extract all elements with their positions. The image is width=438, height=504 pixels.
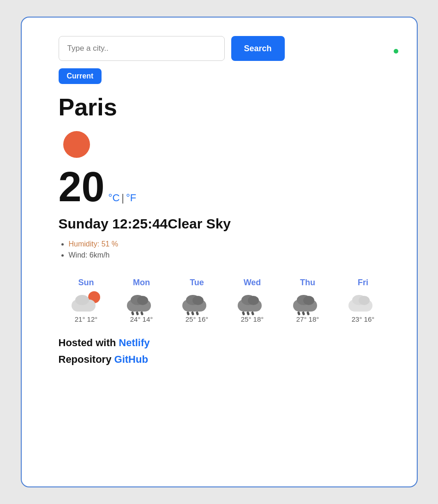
netlify-link[interactable]: Netlify bbox=[119, 337, 150, 348]
rain-dot bbox=[301, 311, 305, 315]
forecast-temp-sun: 21° 12° bbox=[75, 315, 98, 323]
forecast-day-mon: Mon 24° 14° bbox=[114, 278, 169, 323]
forecast-temp-thu: 27° 18° bbox=[296, 315, 319, 323]
hosted-prefix: Hosted with bbox=[59, 337, 119, 348]
forecast-day-label: Tue bbox=[190, 278, 204, 288]
cloud-top2-wed bbox=[248, 296, 259, 305]
forecast-day-tue: Tue 25° 16° bbox=[169, 278, 225, 323]
forecast-row: Sun 21° 12° Mon 24° 14° bbox=[59, 278, 394, 323]
forecast-icon-mon bbox=[127, 291, 156, 312]
wind-detail: Wind: 6km/h bbox=[69, 251, 394, 259]
forecast-icon-wed bbox=[238, 291, 267, 312]
forecast-day-wed: Wed 25° 18° bbox=[225, 278, 280, 323]
hosted-line: Hosted with Netlify bbox=[59, 337, 394, 349]
search-input[interactable] bbox=[59, 36, 225, 61]
forecast-icon-thu bbox=[293, 291, 323, 312]
forecast-day-label: Mon bbox=[133, 278, 150, 288]
forecast-temp-tue: 25° 16° bbox=[186, 315, 209, 323]
datetime-condition: Sunday 12:25:44Clear Sky bbox=[59, 216, 394, 232]
rain-dot bbox=[241, 311, 245, 315]
rain-dot bbox=[131, 311, 134, 315]
celsius-unit[interactable]: °C bbox=[108, 192, 120, 204]
rain-dot bbox=[140, 311, 143, 315]
status-dot bbox=[394, 49, 398, 54]
temperature-value: 20 bbox=[59, 166, 105, 208]
forecast-icon-fri bbox=[348, 291, 378, 312]
humidity-detail: Humidity: 51 % bbox=[69, 240, 394, 248]
fahrenheit-unit[interactable]: °F bbox=[126, 192, 136, 204]
search-button[interactable]: Search bbox=[231, 36, 285, 61]
forecast-day-fri: Fri 23° 16° bbox=[336, 278, 391, 323]
forecast-day-label: Sun bbox=[78, 278, 94, 288]
rain-dots-tue bbox=[187, 312, 198, 315]
rain-dot bbox=[297, 311, 300, 315]
forecast-day-thu: Thu 27° 18° bbox=[280, 278, 336, 323]
unit-separator: | bbox=[121, 192, 124, 204]
wind-text: Wind: 6km/h bbox=[69, 251, 110, 259]
forecast-temp-wed: 25° 18° bbox=[241, 315, 264, 323]
rain-dots-mon bbox=[132, 312, 143, 315]
forecast-temp-mon: 24° 14° bbox=[130, 315, 153, 323]
rain-dots-wed bbox=[242, 312, 254, 315]
cloud-top2-thu bbox=[303, 296, 314, 305]
rain-dot bbox=[251, 311, 254, 315]
cloud-top2-mon bbox=[137, 296, 148, 305]
rain-dot bbox=[195, 311, 198, 315]
repo-prefix: Repository bbox=[59, 354, 114, 365]
forecast-day-label: Fri bbox=[358, 278, 368, 288]
rain-dot bbox=[246, 311, 249, 315]
humidity-text: Humidity: 51 % bbox=[69, 240, 119, 248]
weather-details: Humidity: 51 % Wind: 6km/h bbox=[59, 240, 394, 259]
rain-dot bbox=[191, 311, 194, 315]
forecast-icon-sun bbox=[72, 291, 101, 312]
condition-text: Clear Sky bbox=[168, 216, 231, 231]
forecast-day-label: Thu bbox=[300, 278, 315, 288]
forecast-day-label: Wed bbox=[244, 278, 261, 288]
sun-icon bbox=[63, 131, 90, 158]
city-name: Paris bbox=[59, 93, 394, 121]
datetime-text: Sunday 12:25:44 bbox=[59, 216, 168, 231]
weather-card: Search Current Paris 20 °C | °F Sunday 1… bbox=[21, 17, 418, 487]
rain-dot bbox=[306, 311, 309, 315]
current-button[interactable]: Current bbox=[59, 68, 102, 84]
repo-line: Repository GitHub bbox=[59, 354, 394, 366]
rain-dot bbox=[135, 311, 138, 315]
footer: Hosted with Netlify Repository GitHub bbox=[59, 337, 394, 366]
forecast-temp-fri: 23° 16° bbox=[352, 315, 375, 323]
cloud-top bbox=[75, 295, 89, 305]
forecast-icon-tue bbox=[182, 291, 212, 312]
temperature-row: 20 °C | °F bbox=[59, 166, 394, 208]
rain-dot bbox=[186, 311, 189, 315]
temperature-units: °C | °F bbox=[108, 192, 137, 204]
cloud-top2-tue bbox=[192, 296, 204, 305]
github-link[interactable]: GitHub bbox=[114, 354, 148, 365]
rain-dots-thu bbox=[298, 312, 309, 315]
search-row: Search bbox=[59, 36, 394, 61]
cloud-top2-fri bbox=[359, 296, 370, 305]
forecast-day-sun: Sun 21° 12° bbox=[59, 278, 114, 323]
